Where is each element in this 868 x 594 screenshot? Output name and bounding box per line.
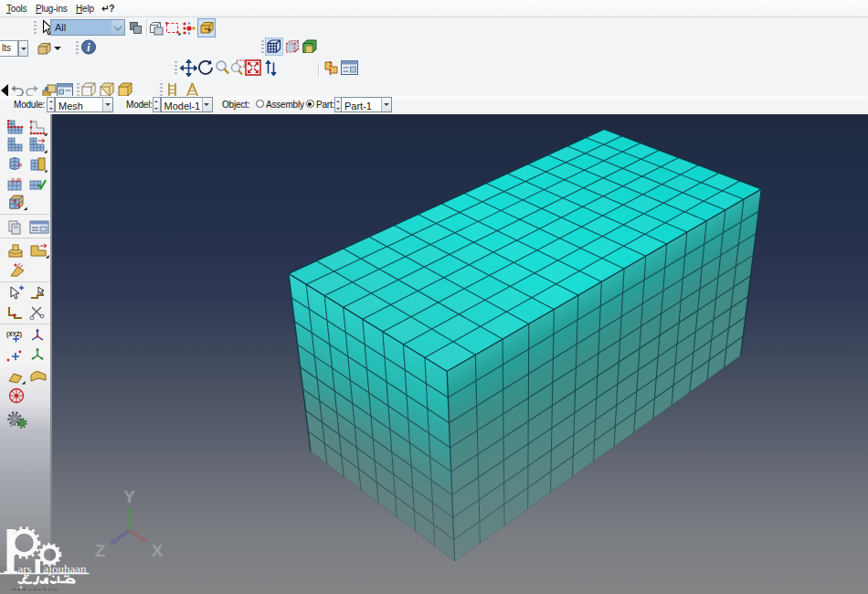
svg-text:3-R: 3-R: [11, 177, 21, 184]
svg-text:X: X: [152, 541, 164, 560]
svg-text:Y: Y: [123, 487, 135, 506]
svg-text:(XYZ): (XYZ): [6, 331, 22, 338]
